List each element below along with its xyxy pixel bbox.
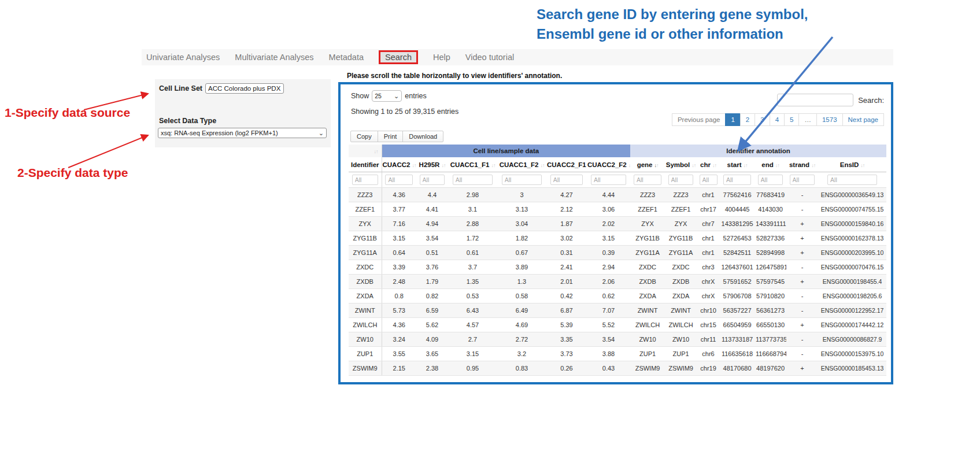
filter-input-end[interactable] (758, 175, 783, 185)
table-row: ZYG11B3.153.541.721.823.023.15ZYG11BZYG1… (349, 231, 886, 246)
filter-cell (786, 172, 818, 188)
cell-cuacc2-f2: 3.06 (587, 202, 630, 217)
cell-symbol: ZWILCH (665, 318, 697, 332)
cell-cuacc1-f2: 3.89 (497, 260, 546, 275)
cell-cuacc2-f1: 3.35 (546, 332, 587, 347)
chevron-down-icon: ⌄ (283, 86, 284, 91)
filter-input-symbol[interactable] (668, 175, 694, 185)
cell-cuacc2: 0.64 (382, 246, 416, 260)
cell-h295r: 6.59 (416, 303, 448, 318)
show-label: Show (351, 92, 369, 100)
cell-line-set-select[interactable]: ACC Colorado plus PDX ⌄ (205, 83, 284, 94)
data-type-select[interactable]: xsq: RNA-seq Expression (log2 FPKM+1) ⌄ (158, 128, 327, 138)
cell-strand: - (786, 260, 818, 275)
cell-gene: ZXDB (630, 275, 665, 289)
group-header-spacer[interactable]: ↓↑ (349, 145, 382, 157)
cell-cuacc1-f2: 0.83 (497, 361, 546, 376)
scroll-hint: Please scroll the table horizontally to … (347, 72, 562, 80)
cell-chr: chr3 (697, 260, 720, 275)
table-info: Showing 1 to 25 of 39,315 entries (351, 108, 458, 116)
cell-cuacc1-f2: 3.13 (497, 202, 546, 217)
sort-icon: ↓↑ (691, 162, 696, 168)
pagination-page-3[interactable]: 3 (755, 113, 770, 126)
filter-input-h295r[interactable] (420, 175, 445, 185)
sort-icon: ↓↑ (654, 162, 658, 168)
cell-ensid: ENSG00000185453.13 (818, 361, 886, 376)
filter-input-cuacc2-f2[interactable] (591, 175, 626, 185)
column-header-gene[interactable]: gene↓↑ (630, 157, 665, 172)
pagination-page-1573[interactable]: 1573 (816, 113, 843, 126)
nav-item-metadata[interactable]: Metadata (329, 53, 364, 62)
filter-input-cuacc1-f1[interactable] (453, 175, 493, 185)
cell-cuacc1-f2: 3.04 (497, 217, 546, 231)
print-button[interactable]: Print (378, 131, 404, 142)
column-header-cuacc2-f1[interactable]: CUACC2_F1↓↑ (546, 157, 587, 172)
cell-chr: chr1 (697, 246, 720, 260)
cell-line-set-label: Cell Line Set (159, 84, 202, 92)
column-header-ensid[interactable]: EnsID↓↑ (818, 157, 886, 172)
download-button[interactable]: Download (402, 131, 443, 142)
nav-item-video-tutorial[interactable]: Video tutorial (465, 53, 514, 62)
page-size-select[interactable]: 25 ⌄ (372, 90, 402, 102)
filter-cell (665, 172, 697, 188)
column-header-symbol[interactable]: Symbol↓↑ (665, 157, 697, 172)
nav-item-multivariate-analyses[interactable]: Multivariate Analyses (235, 53, 313, 62)
cell-cuacc2: 3.77 (382, 202, 416, 217)
filter-input-start[interactable] (723, 175, 751, 185)
column-header-h295r[interactable]: H295R↓↑ (416, 157, 448, 172)
cell-ensid: ENSG00000074755.15 (818, 202, 886, 217)
filter-input-gene[interactable] (634, 175, 661, 185)
sort-icon: ↓↑ (491, 162, 495, 168)
search-input[interactable] (777, 94, 853, 106)
pagination-next[interactable]: Next page (842, 113, 884, 126)
page-size-control: Show 25 ⌄ entries (351, 90, 427, 102)
pagination-page-1[interactable]: 1 (725, 113, 740, 126)
table-row: ZXDC3.393.763.73.892.412.94ZXDCZXDCchr31… (349, 260, 886, 275)
filter-input-cuacc1-f2[interactable] (502, 175, 542, 185)
column-header-cuacc2-f2[interactable]: CUACC2_F2↓↑ (587, 157, 630, 172)
filter-input-cuacc2-f1[interactable] (550, 175, 583, 185)
cell-end: 116668794 (755, 347, 786, 361)
filter-input-strand[interactable] (790, 175, 815, 185)
cell-cuacc1-f1: 1.72 (448, 231, 497, 246)
cell-cuacc1-f2: 0.58 (497, 289, 546, 303)
cell-gene: ZZZ3 (630, 188, 665, 202)
group-header-cell-line-sample-data: Cell line/sample data (382, 145, 630, 157)
column-header-strand[interactable]: strand↓↑ (786, 157, 818, 172)
cell-strand: + (786, 217, 818, 231)
filter-input-cuacc2[interactable] (385, 175, 413, 185)
pagination-page-4[interactable]: 4 (770, 113, 785, 126)
pagination-previous[interactable]: Previous page (672, 113, 726, 126)
nav-item-search[interactable]: Search (379, 50, 418, 64)
column-header-start[interactable]: start↓↑ (720, 157, 755, 172)
copy-button[interactable]: Copy (350, 131, 378, 142)
filter-input-chr[interactable] (700, 175, 718, 185)
cell-cuacc2: 3.15 (382, 231, 416, 246)
pagination-page-5[interactable]: 5 (784, 113, 799, 126)
column-header-chr[interactable]: chr↓↑ (697, 157, 720, 172)
cell-cuacc1-f1: 0.53 (448, 289, 497, 303)
results-frame: Show 25 ⌄ entries Showing 1 to 25 of 39,… (338, 82, 893, 384)
cell-end: 48197620 (755, 361, 786, 376)
cell-symbol: ZW10 (665, 332, 697, 347)
cell-gene: ZWILCH (630, 318, 665, 332)
nav-item-univariate-analyses[interactable]: Univariate Analyses (146, 53, 220, 62)
cell-ensid: ENSG00000162378.13 (818, 231, 886, 246)
pagination-page-2[interactable]: 2 (740, 113, 755, 126)
cell-chr: chrX (697, 289, 720, 303)
cell-ensid: ENSG00000174442.12 (818, 318, 886, 332)
column-header-cuacc1-f1[interactable]: CUACC1_F1↓↑ (448, 157, 497, 172)
column-header-end[interactable]: end↓↑ (755, 157, 786, 172)
filter-input-ensid[interactable] (827, 175, 877, 185)
cell-start: 143381295 (720, 217, 755, 231)
column-header-cuacc1-f2[interactable]: CUACC1_F2↓↑ (497, 157, 546, 172)
cell-strand: - (786, 202, 818, 217)
cell-cuacc1-f1: 3.7 (448, 260, 497, 275)
filter-cell (448, 172, 497, 188)
filter-input-identifier[interactable] (352, 175, 378, 185)
column-header-cuacc2[interactable]: CUACC2↓↑ (382, 157, 416, 172)
nav-item-help[interactable]: Help (433, 53, 450, 62)
sort-icon: ↓↑ (860, 162, 864, 168)
cell-chr: chr10 (697, 303, 720, 318)
cell-strand: + (786, 361, 818, 376)
